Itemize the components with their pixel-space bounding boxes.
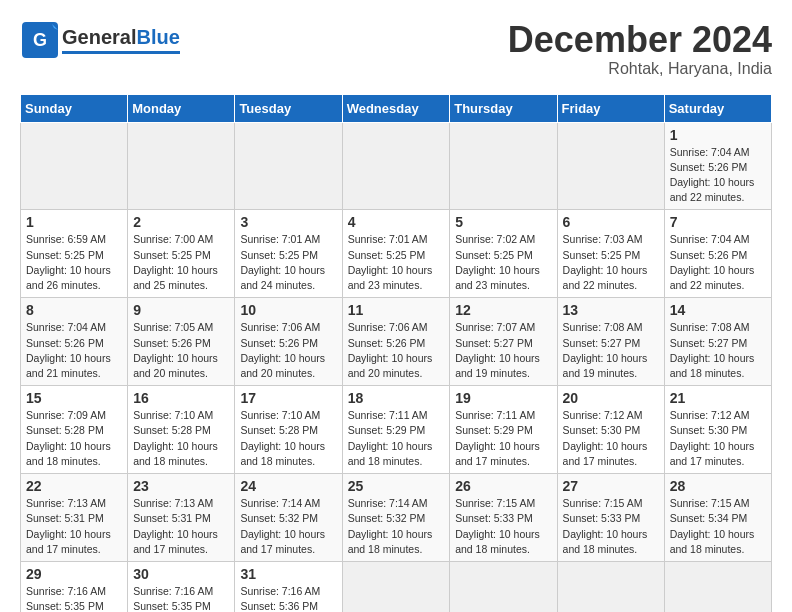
calendar-cell: 30Sunrise: 7:16 AMSunset: 5:35 PMDayligh… [128,561,235,612]
day-number: 1 [670,127,766,143]
day-number: 19 [455,390,551,406]
header-day-wednesday: Wednesday [342,94,450,122]
calendar-cell: 28Sunrise: 7:15 AMSunset: 5:34 PMDayligh… [664,474,771,562]
day-info: Sunrise: 7:16 AMSunset: 5:36 PMDaylight:… [240,584,336,612]
day-info: Sunrise: 7:11 AMSunset: 5:29 PMDaylight:… [348,408,445,469]
calendar-cell: 1Sunrise: 6:59 AMSunset: 5:25 PMDaylight… [21,210,128,298]
calendar-cell: 1Sunrise: 7:04 AMSunset: 5:26 PMDaylight… [664,122,771,210]
day-info: Sunrise: 6:59 AMSunset: 5:25 PMDaylight:… [26,232,122,293]
day-info: Sunrise: 7:07 AMSunset: 5:27 PMDaylight:… [455,320,551,381]
day-info: Sunrise: 7:14 AMSunset: 5:32 PMDaylight:… [240,496,336,557]
day-info: Sunrise: 7:00 AMSunset: 5:25 PMDaylight:… [133,232,229,293]
calendar-cell [342,561,450,612]
page-header: G General Blue December 2024 Rohtak, Har… [20,20,772,78]
calendar-cell: 16Sunrise: 7:10 AMSunset: 5:28 PMDayligh… [128,386,235,474]
calendar-cell: 8Sunrise: 7:04 AMSunset: 5:26 PMDaylight… [21,298,128,386]
day-number: 26 [455,478,551,494]
calendar-week-row: 22Sunrise: 7:13 AMSunset: 5:31 PMDayligh… [21,474,772,562]
day-info: Sunrise: 7:12 AMSunset: 5:30 PMDaylight:… [563,408,659,469]
day-number: 21 [670,390,766,406]
calendar-cell [557,122,664,210]
day-number: 7 [670,214,766,230]
day-number: 12 [455,302,551,318]
calendar-cell: 9Sunrise: 7:05 AMSunset: 5:26 PMDaylight… [128,298,235,386]
logo-general-text: General [62,26,136,49]
calendar-body: 1Sunrise: 7:04 AMSunset: 5:26 PMDaylight… [21,122,772,612]
day-info: Sunrise: 7:05 AMSunset: 5:26 PMDaylight:… [133,320,229,381]
calendar-cell [128,122,235,210]
calendar-cell [235,122,342,210]
day-number: 5 [455,214,551,230]
day-number: 4 [348,214,445,230]
day-info: Sunrise: 7:04 AMSunset: 5:26 PMDaylight:… [670,232,766,293]
calendar-cell: 25Sunrise: 7:14 AMSunset: 5:32 PMDayligh… [342,474,450,562]
calendar-cell: 10Sunrise: 7:06 AMSunset: 5:26 PMDayligh… [235,298,342,386]
day-info: Sunrise: 7:14 AMSunset: 5:32 PMDaylight:… [348,496,445,557]
day-info: Sunrise: 7:09 AMSunset: 5:28 PMDaylight:… [26,408,122,469]
day-number: 10 [240,302,336,318]
day-info: Sunrise: 7:13 AMSunset: 5:31 PMDaylight:… [133,496,229,557]
day-number: 16 [133,390,229,406]
day-info: Sunrise: 7:16 AMSunset: 5:35 PMDaylight:… [133,584,229,612]
calendar-cell: 7Sunrise: 7:04 AMSunset: 5:26 PMDaylight… [664,210,771,298]
day-info: Sunrise: 7:01 AMSunset: 5:25 PMDaylight:… [348,232,445,293]
calendar-cell: 26Sunrise: 7:15 AMSunset: 5:33 PMDayligh… [450,474,557,562]
day-number: 1 [26,214,122,230]
day-info: Sunrise: 7:08 AMSunset: 5:27 PMDaylight:… [670,320,766,381]
calendar-cell: 14Sunrise: 7:08 AMSunset: 5:27 PMDayligh… [664,298,771,386]
header-day-saturday: Saturday [664,94,771,122]
logo: G General Blue [20,20,180,60]
header-day-tuesday: Tuesday [235,94,342,122]
day-info: Sunrise: 7:13 AMSunset: 5:31 PMDaylight:… [26,496,122,557]
calendar-cell: 24Sunrise: 7:14 AMSunset: 5:32 PMDayligh… [235,474,342,562]
day-info: Sunrise: 7:12 AMSunset: 5:30 PMDaylight:… [670,408,766,469]
day-number: 24 [240,478,336,494]
day-number: 9 [133,302,229,318]
calendar-subtitle: Rohtak, Haryana, India [508,60,772,78]
header-day-thursday: Thursday [450,94,557,122]
calendar-week-row: 1Sunrise: 6:59 AMSunset: 5:25 PMDaylight… [21,210,772,298]
day-info: Sunrise: 7:08 AMSunset: 5:27 PMDaylight:… [563,320,659,381]
calendar-cell: 19Sunrise: 7:11 AMSunset: 5:29 PMDayligh… [450,386,557,474]
header-day-sunday: Sunday [21,94,128,122]
calendar-header-row: SundayMondayTuesdayWednesdayThursdayFrid… [21,94,772,122]
day-number: 3 [240,214,336,230]
day-info: Sunrise: 7:15 AMSunset: 5:33 PMDaylight:… [563,496,659,557]
calendar-cell: 22Sunrise: 7:13 AMSunset: 5:31 PMDayligh… [21,474,128,562]
calendar-cell [557,561,664,612]
calendar-cell: 31Sunrise: 7:16 AMSunset: 5:36 PMDayligh… [235,561,342,612]
calendar-cell [450,561,557,612]
calendar-cell: 3Sunrise: 7:01 AMSunset: 5:25 PMDaylight… [235,210,342,298]
calendar-cell [450,122,557,210]
day-info: Sunrise: 7:15 AMSunset: 5:34 PMDaylight:… [670,496,766,557]
day-number: 13 [563,302,659,318]
calendar-cell: 15Sunrise: 7:09 AMSunset: 5:28 PMDayligh… [21,386,128,474]
day-info: Sunrise: 7:11 AMSunset: 5:29 PMDaylight:… [455,408,551,469]
day-number: 30 [133,566,229,582]
day-number: 25 [348,478,445,494]
day-number: 11 [348,302,445,318]
calendar-cell: 4Sunrise: 7:01 AMSunset: 5:25 PMDaylight… [342,210,450,298]
day-number: 27 [563,478,659,494]
day-number: 8 [26,302,122,318]
calendar-cell: 27Sunrise: 7:15 AMSunset: 5:33 PMDayligh… [557,474,664,562]
calendar-week-row: 15Sunrise: 7:09 AMSunset: 5:28 PMDayligh… [21,386,772,474]
day-number: 23 [133,478,229,494]
day-number: 2 [133,214,229,230]
calendar-cell [21,122,128,210]
day-number: 20 [563,390,659,406]
day-info: Sunrise: 7:06 AMSunset: 5:26 PMDaylight:… [348,320,445,381]
calendar-cell: 23Sunrise: 7:13 AMSunset: 5:31 PMDayligh… [128,474,235,562]
day-number: 15 [26,390,122,406]
header-day-friday: Friday [557,94,664,122]
day-info: Sunrise: 7:16 AMSunset: 5:35 PMDaylight:… [26,584,122,612]
day-number: 28 [670,478,766,494]
logo-blue-text: Blue [136,26,179,49]
title-block: December 2024 Rohtak, Haryana, India [508,20,772,78]
day-info: Sunrise: 7:10 AMSunset: 5:28 PMDaylight:… [240,408,336,469]
day-number: 17 [240,390,336,406]
day-info: Sunrise: 7:04 AMSunset: 5:26 PMDaylight:… [26,320,122,381]
day-number: 31 [240,566,336,582]
day-number: 22 [26,478,122,494]
calendar-cell: 12Sunrise: 7:07 AMSunset: 5:27 PMDayligh… [450,298,557,386]
